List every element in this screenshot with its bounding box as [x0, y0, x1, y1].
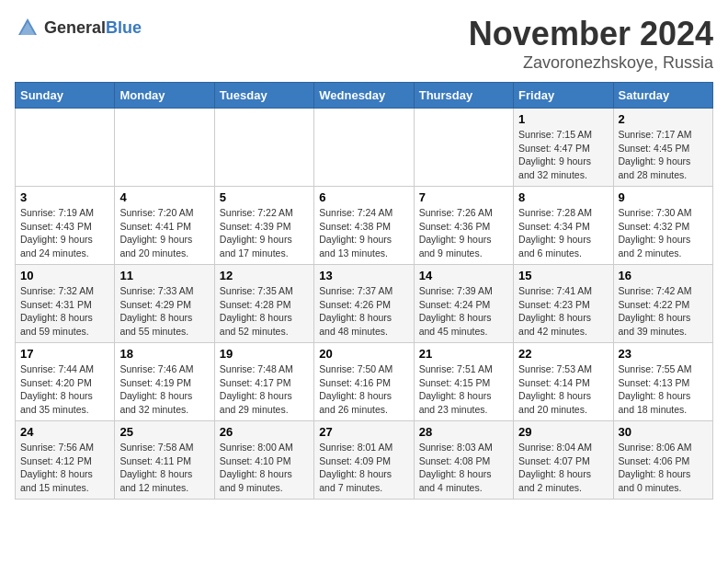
day-info: Sunrise: 7:55 AM Sunset: 4:13 PM Dayligh… [619, 362, 708, 417]
calendar-cell: 20Sunrise: 7:50 AM Sunset: 4:16 PM Dayli… [314, 343, 414, 421]
day-number: 30 [619, 425, 708, 439]
day-info: Sunrise: 7:58 AM Sunset: 4:11 PM Dayligh… [119, 441, 209, 495]
day-number: 14 [419, 269, 508, 282]
day-number: 13 [319, 269, 408, 282]
day-info: Sunrise: 7:19 AM Sunset: 4:43 PM Dayligh… [20, 206, 109, 260]
calendar-cell: 11Sunrise: 7:33 AM Sunset: 4:29 PM Dayli… [115, 265, 214, 343]
calendar-cell: 5Sunrise: 7:22 AM Sunset: 4:39 PM Daylig… [214, 187, 313, 265]
weekday-header-saturday: Saturday [613, 83, 712, 109]
weekday-header-friday: Friday [514, 83, 613, 109]
day-info: Sunrise: 7:37 AM Sunset: 4:26 PM Dayligh… [319, 284, 408, 339]
day-info: Sunrise: 7:20 AM Sunset: 4:41 PM Dayligh… [119, 206, 209, 260]
day-info: Sunrise: 7:30 AM Sunset: 4:32 PM Dayligh… [619, 206, 708, 260]
calendar-cell: 24Sunrise: 7:56 AM Sunset: 4:12 PM Dayli… [16, 421, 115, 500]
calendar-cell: 22Sunrise: 7:53 AM Sunset: 4:14 PM Dayli… [514, 343, 613, 421]
day-number: 10 [20, 269, 109, 282]
calendar-table: SundayMondayTuesdayWednesdayThursdayFrid… [15, 82, 713, 500]
day-number: 29 [518, 425, 608, 439]
logo-icon [15, 15, 40, 40]
calendar-cell: 26Sunrise: 8:00 AM Sunset: 4:10 PM Dayli… [214, 421, 313, 500]
calendar-cell: 27Sunrise: 8:01 AM Sunset: 4:09 PM Dayli… [314, 421, 414, 500]
week-row-1: 1Sunrise: 7:15 AM Sunset: 4:47 PM Daylig… [16, 109, 713, 187]
calendar-cell [214, 109, 313, 187]
day-number: 19 [220, 347, 309, 361]
day-number: 25 [119, 425, 209, 439]
day-number: 22 [518, 347, 608, 361]
day-number: 20 [319, 347, 408, 361]
calendar-cell [115, 109, 214, 187]
calendar-cell: 29Sunrise: 8:04 AM Sunset: 4:07 PM Dayli… [514, 421, 613, 500]
logo-blue-text: Blue [106, 18, 142, 37]
day-number: 4 [119, 190, 209, 204]
calendar-cell: 15Sunrise: 7:41 AM Sunset: 4:23 PM Dayli… [514, 265, 613, 343]
day-info: Sunrise: 7:46 AM Sunset: 4:19 PM Dayligh… [119, 362, 209, 417]
day-number: 18 [119, 347, 209, 361]
calendar-cell: 14Sunrise: 7:39 AM Sunset: 4:24 PM Dayli… [414, 265, 513, 343]
calendar-cell [16, 109, 115, 187]
day-info: Sunrise: 8:00 AM Sunset: 4:10 PM Dayligh… [220, 441, 309, 495]
calendar-cell: 18Sunrise: 7:46 AM Sunset: 4:19 PM Dayli… [115, 343, 214, 421]
day-number: 24 [20, 425, 109, 439]
logo-general-text: General [44, 18, 106, 37]
month-title: November 2024 [469, 15, 713, 53]
day-number: 1 [518, 112, 608, 126]
day-number: 17 [20, 347, 109, 361]
day-number: 5 [220, 190, 309, 204]
calendar-cell: 8Sunrise: 7:28 AM Sunset: 4:34 PM Daylig… [514, 187, 613, 265]
day-number: 6 [319, 190, 408, 204]
day-number: 26 [220, 425, 309, 439]
weekday-header-tuesday: Tuesday [214, 83, 313, 109]
day-info: Sunrise: 7:50 AM Sunset: 4:16 PM Dayligh… [319, 362, 408, 417]
calendar-cell: 17Sunrise: 7:44 AM Sunset: 4:20 PM Dayli… [16, 343, 115, 421]
calendar-cell: 6Sunrise: 7:24 AM Sunset: 4:38 PM Daylig… [314, 187, 414, 265]
calendar-cell: 16Sunrise: 7:42 AM Sunset: 4:22 PM Dayli… [613, 265, 712, 343]
day-info: Sunrise: 8:04 AM Sunset: 4:07 PM Dayligh… [518, 441, 608, 495]
day-info: Sunrise: 7:17 AM Sunset: 4:45 PM Dayligh… [619, 128, 708, 182]
calendar-cell: 3Sunrise: 7:19 AM Sunset: 4:43 PM Daylig… [16, 187, 115, 265]
week-row-5: 24Sunrise: 7:56 AM Sunset: 4:12 PM Dayli… [16, 421, 713, 500]
day-info: Sunrise: 7:28 AM Sunset: 4:34 PM Dayligh… [518, 206, 608, 260]
calendar-cell [414, 109, 513, 187]
week-row-4: 17Sunrise: 7:44 AM Sunset: 4:20 PM Dayli… [16, 343, 713, 421]
header: GeneralBlue November 2024 Zavoronezhskoy… [15, 15, 713, 73]
day-info: Sunrise: 7:24 AM Sunset: 4:38 PM Dayligh… [319, 206, 408, 260]
calendar-cell: 9Sunrise: 7:30 AM Sunset: 4:32 PM Daylig… [613, 187, 712, 265]
day-info: Sunrise: 7:26 AM Sunset: 4:36 PM Dayligh… [419, 206, 508, 260]
day-info: Sunrise: 7:56 AM Sunset: 4:12 PM Dayligh… [20, 441, 109, 495]
day-info: Sunrise: 7:44 AM Sunset: 4:20 PM Dayligh… [20, 362, 109, 417]
day-number: 28 [419, 425, 508, 439]
day-info: Sunrise: 8:03 AM Sunset: 4:08 PM Dayligh… [419, 441, 508, 495]
calendar-cell: 23Sunrise: 7:55 AM Sunset: 4:13 PM Dayli… [613, 343, 712, 421]
day-number: 12 [220, 269, 309, 282]
day-info: Sunrise: 7:15 AM Sunset: 4:47 PM Dayligh… [518, 128, 608, 182]
weekday-header-wednesday: Wednesday [314, 83, 414, 109]
day-number: 15 [518, 269, 608, 282]
day-number: 7 [419, 190, 508, 204]
day-info: Sunrise: 7:42 AM Sunset: 4:22 PM Dayligh… [619, 284, 708, 339]
calendar-cell: 21Sunrise: 7:51 AM Sunset: 4:15 PM Dayli… [414, 343, 513, 421]
location-title: Zavoronezhskoye, Russia [469, 53, 713, 73]
day-number: 23 [619, 347, 708, 361]
calendar-cell: 30Sunrise: 8:06 AM Sunset: 4:06 PM Dayli… [613, 421, 712, 500]
day-number: 8 [518, 190, 608, 204]
day-number: 9 [619, 190, 708, 204]
calendar-cell: 1Sunrise: 7:15 AM Sunset: 4:47 PM Daylig… [514, 109, 613, 187]
day-info: Sunrise: 7:33 AM Sunset: 4:29 PM Dayligh… [119, 284, 209, 339]
day-number: 11 [119, 269, 209, 282]
day-number: 21 [419, 347, 508, 361]
day-info: Sunrise: 7:39 AM Sunset: 4:24 PM Dayligh… [419, 284, 508, 339]
calendar-cell: 7Sunrise: 7:26 AM Sunset: 4:36 PM Daylig… [414, 187, 513, 265]
calendar-cell: 28Sunrise: 8:03 AM Sunset: 4:08 PM Dayli… [414, 421, 513, 500]
calendar-cell [314, 109, 414, 187]
calendar-cell: 10Sunrise: 7:32 AM Sunset: 4:31 PM Dayli… [16, 265, 115, 343]
calendar-cell: 2Sunrise: 7:17 AM Sunset: 4:45 PM Daylig… [613, 109, 712, 187]
day-info: Sunrise: 8:01 AM Sunset: 4:09 PM Dayligh… [319, 441, 408, 495]
day-info: Sunrise: 8:06 AM Sunset: 4:06 PM Dayligh… [619, 441, 708, 495]
week-row-3: 10Sunrise: 7:32 AM Sunset: 4:31 PM Dayli… [16, 265, 713, 343]
day-info: Sunrise: 7:32 AM Sunset: 4:31 PM Dayligh… [20, 284, 109, 339]
day-info: Sunrise: 7:53 AM Sunset: 4:14 PM Dayligh… [518, 362, 608, 417]
weekday-header-thursday: Thursday [414, 83, 513, 109]
day-info: Sunrise: 7:48 AM Sunset: 4:17 PM Dayligh… [220, 362, 309, 417]
calendar-cell: 25Sunrise: 7:58 AM Sunset: 4:11 PM Dayli… [115, 421, 214, 500]
calendar-cell: 12Sunrise: 7:35 AM Sunset: 4:28 PM Dayli… [214, 265, 313, 343]
